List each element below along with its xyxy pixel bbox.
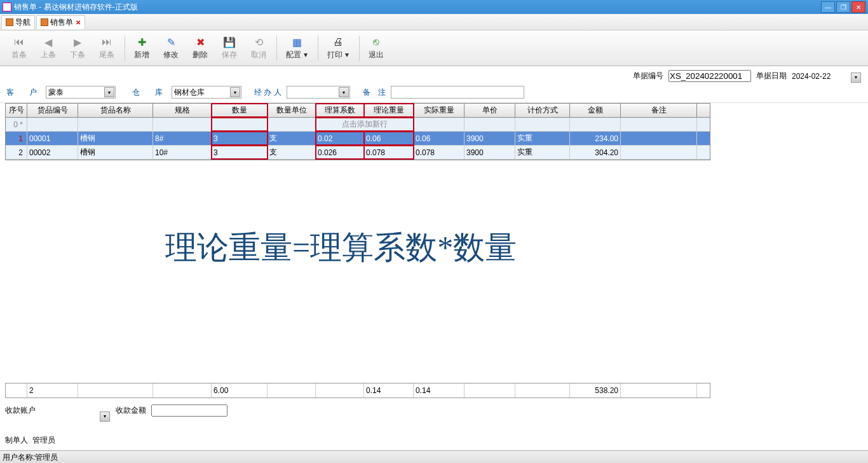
save-button[interactable]: 💾保存 — [215, 36, 243, 60]
tab-salesorder[interactable]: 销售单 ✕ — [36, 15, 85, 29]
first-icon: ⏮ — [13, 36, 25, 48]
cell-mode[interactable]: 实重 — [515, 146, 570, 159]
cell-aw[interactable]: 0.06 — [414, 132, 465, 145]
col-seq[interactable]: 序号 — [6, 104, 27, 117]
last-button[interactable]: ⏭尾条 — [93, 36, 121, 60]
col-price[interactable]: 单价 — [465, 104, 515, 117]
app-icon — [3, 3, 11, 11]
cell-id[interactable]: 00001 — [27, 132, 78, 145]
cell-tw[interactable]: 0.078 — [364, 146, 414, 159]
delete-button[interactable]: ✖删除 — [186, 36, 214, 60]
cell-coef[interactable]: 0.02 — [316, 132, 364, 145]
chevron-down-icon[interactable]: ▾ — [230, 87, 240, 97]
delete-icon: ✖ — [194, 36, 207, 48]
cell-name[interactable]: 槽钢 — [78, 132, 153, 145]
cell-coef[interactable]: 0.026 — [316, 146, 364, 159]
cell-n[interactable]: 0 * — [6, 118, 27, 131]
cell-mode[interactable] — [515, 118, 570, 131]
save-icon: 💾 — [223, 36, 236, 48]
cell-name[interactable]: 槽钢 — [78, 146, 153, 159]
chevron-down-icon[interactable]: ▾ — [339, 87, 349, 97]
minimize-button[interactable]: — — [821, 1, 835, 13]
close-button[interactable]: ✕ — [851, 1, 865, 13]
tab-icon — [6, 18, 13, 26]
cell-amt[interactable]: 234.00 — [570, 132, 621, 145]
cell-price[interactable] — [465, 118, 515, 131]
window-titlebar: 销售单 - 易达钢材进销存软件-正式版 — ❐ ✕ — [0, 0, 868, 14]
tab-close-icon[interactable]: ✕ — [76, 19, 81, 26]
cell-mode[interactable]: 实重 — [515, 132, 570, 145]
next-button[interactable]: ▶下条 — [64, 36, 92, 60]
toolbar: ⏮首条 ◀上条 ▶下条 ⏭尾条 ✚新增 ✎修改 ✖删除 💾保存 ⟲取消 ▦配置 … — [0, 31, 868, 66]
first-button[interactable]: ⏮首条 — [5, 36, 33, 60]
cell-aw[interactable] — [414, 118, 465, 131]
tab-label: 销售单 — [50, 17, 73, 28]
cell-rmk[interactable] — [621, 146, 697, 159]
cell-name[interactable] — [78, 118, 153, 131]
tab-icon — [41, 18, 48, 26]
col-mode[interactable]: 计价方式 — [515, 104, 570, 117]
cell-rmk[interactable] — [621, 132, 697, 145]
cell-id[interactable] — [27, 118, 78, 131]
edit-button[interactable]: ✎修改 — [157, 36, 185, 60]
cell-n[interactable]: 2 — [6, 146, 27, 159]
docdate-input[interactable]: 2024-02-22 ▾ — [792, 72, 862, 81]
handler-label: 经 办 人 — [254, 87, 281, 98]
col-spec[interactable]: 规格 — [153, 104, 212, 117]
last-icon: ⏭ — [100, 36, 113, 48]
col-name[interactable]: 货品名称 — [78, 104, 153, 117]
remark-input[interactable] — [391, 86, 524, 99]
cell-qty[interactable] — [212, 118, 268, 131]
print-button[interactable]: 🖨打印 ▾ — [321, 36, 355, 60]
cell-spec[interactable] — [153, 118, 212, 131]
add-button[interactable]: ✚新增 — [128, 36, 156, 60]
col-coef[interactable]: 理算系数 — [316, 104, 364, 117]
warehouse-combo[interactable]: 钢材仓库▾ — [172, 86, 241, 99]
cell-tw[interactable]: 0.06 — [364, 132, 414, 145]
cell-unit[interactable]: 支 — [268, 132, 316, 145]
cell-id[interactable]: 00002 — [27, 146, 78, 159]
warehouse-label: 仓 库 — [132, 87, 166, 98]
cell-spec[interactable]: 10# — [153, 146, 212, 159]
cell-rmk[interactable] — [621, 118, 697, 131]
table-row[interactable]: 100001槽钢8#3支0.020.060.063900实重234.00 — [6, 132, 710, 146]
config-button[interactable]: ▦配置 ▾ — [280, 36, 314, 60]
cancel-button[interactable]: ⟲取消 — [245, 36, 273, 60]
cancel-icon: ⟲ — [252, 36, 265, 48]
col-amt[interactable]: 金额 — [570, 104, 621, 117]
cell-amt[interactable]: 304.20 — [570, 146, 621, 159]
remark-label: 备 注 — [363, 87, 386, 98]
col-unit[interactable]: 数量单位 — [268, 104, 316, 117]
cell-qty[interactable]: 3 — [212, 132, 268, 145]
cell-qty[interactable]: 3 — [212, 146, 268, 159]
chevron-down-icon[interactable]: ▾ — [104, 87, 114, 97]
col-aw[interactable]: 实际重量 — [414, 104, 465, 117]
col-code[interactable]: 货品编号 — [27, 104, 78, 117]
prev-button[interactable]: ◀上条 — [34, 36, 62, 60]
table-row[interactable]: 0 *点击添加新行 — [6, 118, 710, 132]
tab-nav[interactable]: 导航 — [1, 15, 35, 29]
col-tw[interactable]: 理论重量 — [364, 104, 414, 117]
table-row[interactable]: 200002槽钢10#3支0.0260.0780.0783900实重304.20 — [6, 146, 710, 160]
handler-combo[interactable]: ▾ — [287, 86, 350, 99]
docdate-label: 单据日期 — [756, 71, 787, 81]
docid-input[interactable] — [668, 70, 751, 82]
cell-n[interactable]: 1 — [6, 132, 27, 145]
col-rmk[interactable]: 备注 — [621, 104, 697, 117]
cell-spec[interactable]: 8# — [153, 132, 212, 145]
cell-unit[interactable]: 支 — [268, 146, 316, 159]
customer-label: 客 户 — [6, 87, 41, 98]
cell-aw[interactable]: 0.078 — [414, 146, 465, 159]
maximize-button[interactable]: ❐ — [836, 1, 850, 13]
cell-amt[interactable] — [570, 118, 621, 131]
cell-price[interactable]: 3900 — [465, 146, 515, 159]
customer-combo[interactable]: 蒙泰▾ — [46, 86, 116, 99]
col-qty[interactable]: 数量 — [212, 104, 268, 117]
exit-button[interactable]: ⎋退出 — [362, 36, 390, 60]
exit-icon: ⎋ — [370, 36, 383, 48]
cell-price[interactable]: 3900 — [465, 132, 515, 145]
cell-unit[interactable] — [268, 118, 316, 131]
next-icon: ▶ — [71, 36, 84, 48]
chevron-down-icon[interactable]: ▾ — [851, 73, 861, 83]
cell-coef[interactable]: 点击添加新行 — [316, 118, 414, 131]
